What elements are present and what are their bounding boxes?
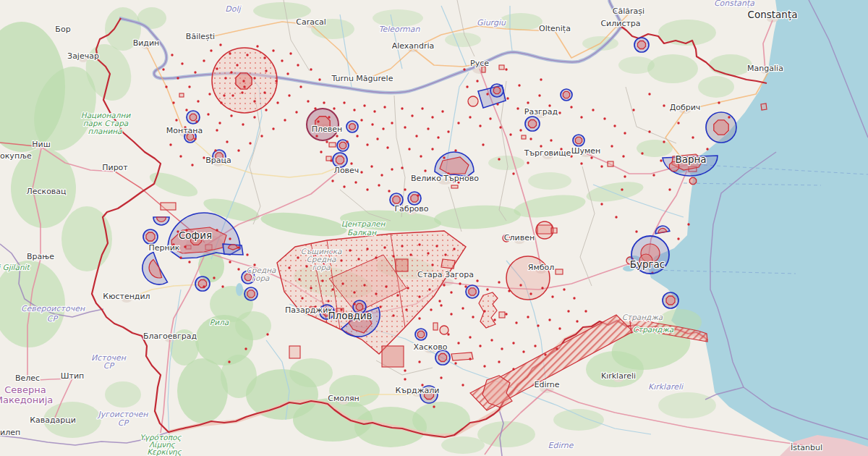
map-label: Силистра: [600, 19, 640, 28]
map-label: Бор: [55, 25, 70, 34]
zone-radomir: [195, 276, 210, 291]
map-label: Странджа: [633, 325, 674, 334]
map-label: Благоевград: [143, 332, 197, 341]
map-label: Смолян: [328, 394, 359, 403]
map-label: СР: [103, 361, 115, 371]
map-label: Стара Загора: [417, 270, 474, 279]
map-label: СР: [47, 314, 59, 324]
map-label: Добрич: [670, 103, 701, 112]
zone-razgrad: [525, 117, 540, 131]
zone-lovech: [333, 153, 347, 167]
zone-sliven-rect: [537, 225, 552, 234]
map-label: гора: [251, 274, 270, 283]
map-label: Североисточен: [21, 304, 85, 313]
zone-radnevo: [466, 285, 479, 298]
map-label: Кърджали: [396, 386, 440, 395]
map-label: Варна: [675, 153, 706, 165]
map-label: Штип: [61, 371, 85, 381]
map-label: Балкан: [347, 228, 377, 237]
zone-sliven-rect2: [551, 228, 557, 233]
map-label: Edirne: [548, 441, 574, 450]
map-label: СР: [118, 418, 129, 428]
zone-samokov-s: [244, 287, 258, 300]
map-label: Разград: [524, 107, 558, 117]
map-label: Северна: [4, 384, 46, 395]
map-label: Oltenița: [539, 24, 571, 33]
map-label: Teleorman: [379, 25, 421, 34]
map-label: гора: [312, 263, 331, 272]
map-label: Călărași: [613, 7, 644, 16]
zone-elin-pelin: [223, 244, 243, 255]
map-label: Ямбол: [528, 263, 555, 272]
zone-haskovo: [435, 350, 450, 365]
map-label: Търговище: [524, 148, 571, 158]
map-viewport: БорЗајечарВидинBăileștiCaracalAlexandria…: [0, 0, 868, 456]
map-label: Хасково: [414, 342, 448, 352]
map-label: Пазарджик: [285, 305, 333, 315]
map-label: илеп: [0, 428, 20, 437]
zone-primorsko: [663, 292, 678, 308]
zone-targovishte: [561, 89, 572, 101]
zone-gabrovo-e: [408, 192, 421, 205]
map-label: Странджа: [622, 313, 663, 322]
map-label: Бургас: [630, 258, 665, 270]
map-label: Велико Търново: [411, 174, 479, 183]
map-label: Враца: [205, 156, 231, 165]
map-label: Зајечар: [67, 51, 99, 61]
map-label: Монтана: [166, 126, 203, 135]
zone-haskovo-w: [415, 329, 427, 340]
map-label: Dolj: [225, 4, 242, 14]
zone-dobrich-tiny: [761, 104, 767, 110]
map-label: Плевен: [312, 124, 343, 134]
map-label: Сливен: [504, 233, 535, 242]
map-label: Пирот: [102, 163, 128, 172]
zone-slivnitsa: [143, 229, 158, 244]
map-label: İstanbul: [791, 443, 822, 452]
map-label: Велес: [15, 373, 40, 383]
map-label: Врање: [27, 252, 54, 261]
map-label: София: [179, 229, 212, 241]
map-label: Băilești: [186, 32, 215, 41]
zone-ruse-ring: [490, 84, 503, 97]
map-label: Видин: [133, 38, 160, 48]
zone-balchik: [706, 112, 736, 143]
zone-shumen: [573, 135, 584, 146]
map-label: Кюстендил: [103, 292, 150, 301]
map-label: Kırklareli: [601, 371, 636, 381]
map-label: Caracal: [296, 17, 326, 27]
map-label: Шумен: [571, 146, 601, 156]
map-label: Constanța: [714, 0, 754, 8]
map-label: Ниш: [32, 140, 51, 149]
map-label: Габрово: [394, 204, 428, 214]
map-label: Mangalia: [747, 64, 783, 73]
map-label: i Gjilanit: [0, 263, 31, 272]
map-label: Перник: [148, 243, 179, 253]
map-label: Кавадарци: [30, 415, 76, 425]
map-label: Русе: [470, 59, 489, 68]
map-label: Пловдив: [328, 310, 372, 321]
map-label: Edirne: [534, 380, 559, 389]
map-label: Македонија: [0, 394, 53, 405]
map-label: Alexandria: [392, 41, 435, 51]
map-label: планина: [88, 127, 123, 135]
map-label: Ловеч: [334, 166, 359, 175]
map-label: Kırklareli: [648, 382, 684, 392]
map-label: Рила: [210, 318, 229, 326]
zone-stara-zagora-strip: [441, 259, 455, 269]
map-label: Giurgiu: [477, 18, 506, 28]
map-label: Constanța: [748, 9, 798, 21]
zone-pleven-e: [346, 121, 358, 132]
map-label: Лесковац: [26, 187, 66, 196]
map-label: Turnu Măgurele: [331, 74, 393, 83]
map-label: окупље: [0, 151, 32, 161]
map-label: Κερκίνης: [147, 447, 182, 456]
map-canvas[interactable]: БорЗајечарВидинBăileștiCaracalAlexandria…: [0, 0, 868, 456]
zone-silistra: [634, 38, 649, 52]
